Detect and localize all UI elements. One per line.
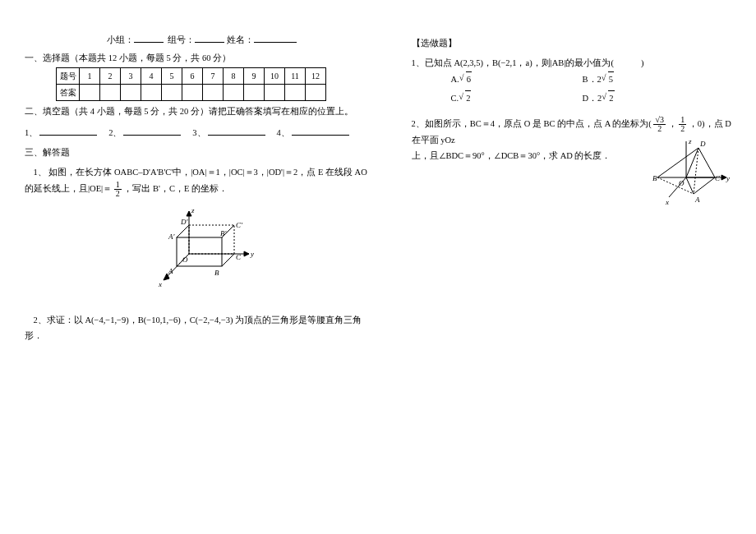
svg-line-2 [177,225,189,237]
q1-line1: 1、 如图，在长方体 OABC–D'A'B'C'中，|OA|＝1，|OC|＝3，… [25,165,379,181]
label-C2: C [715,174,721,182]
table-row: 答案 [57,85,326,101]
label-C: C [236,253,242,261]
col-num: 12 [306,68,326,85]
ans-cell [80,85,100,101]
section1-title: 一、选择题（本题共 12 小题，每题 5 分，共 60 分） [25,53,379,64]
axis-x2: x [665,198,669,206]
fill-blank [123,126,181,136]
ans-cell [244,85,265,101]
fill-item: 4、 [276,128,289,137]
table-row: 题号 1 2 3 4 5 6 7 8 9 10 11 12 [57,68,326,85]
fill-blank [292,126,349,136]
svg-line-22 [694,177,715,194]
q1-line2b: ，写出 B'，C，E 的坐标． [123,184,228,193]
axis-z: z [191,206,195,214]
groupno-label: 组号： [168,35,195,44]
axis-x: x [158,280,162,288]
label-B: B [214,269,219,277]
opt-question-2: 2、如图所示，BC＝4，原点 O 是 BC 的中点，点 A 的坐标为( √32 … [412,116,732,164]
col-num: 1 [80,68,100,85]
left-column: 小组： 组号： 姓名： 一、选择题（本题共 12 小题，每题 5 分，共 60 … [25,33,379,518]
ans-cell [285,85,306,101]
q1-line2a: 的延长线上，且|OE|＝ [25,184,112,193]
label-D2: D [699,140,706,148]
col-num: 7 [203,68,224,85]
col-num: 5 [162,68,182,85]
fill-item: 1、 [25,128,38,137]
label-O2: O [679,179,685,187]
question-2: 2、求证：以 A(−4,−1,−9)，B(−10,1,−6)，C(−2,−4,−… [25,313,379,344]
section3-title: 三、解答题 [25,147,379,159]
label-Dp: D' [180,218,188,226]
fill-blank [208,126,265,136]
ans-cell [141,85,162,101]
section2-title: 二、填空题（共 4 小题，每题 5 分，共 20 分）请把正确答案填写在相应的位… [25,106,379,117]
axis-z2: z [688,137,692,145]
label-Ap: A' [168,232,175,241]
col-num: 10 [265,68,285,85]
fraction-1-2: 12 [679,116,686,133]
ans-cell [203,85,224,101]
optq1-text: 1、已知点 A(2,3,5)，B(−2,1，a)，则|AB|的最小值为( ) [412,58,644,67]
name-label: 姓名： [227,35,254,44]
rhombus-svg: z y x O B C D A [641,136,731,214]
question-1: 1、 如图，在长方体 OABC–D'A'B'C'中，|OA|＝1，|OC|＝3，… [25,165,379,198]
right-column: 【选做题】 1、已知点 A(2,3,5)，B(−2,1，a)，则|AB|的最小值… [412,33,732,518]
cuboid-svg: z y x O A B C D' A' B' C' [144,205,259,295]
svg-line-21 [657,177,694,194]
ans-cell [182,85,203,101]
ans-cell [162,85,182,101]
name-blank [254,33,297,43]
svg-line-18 [698,148,715,177]
optq2-b: ， [668,119,677,128]
ans-cell [306,85,326,101]
ans-cell [100,85,121,101]
svg-rect-1 [189,225,234,254]
col-num: 3 [121,68,141,85]
answer-table: 题号 1 2 3 4 5 6 7 8 9 10 11 12 答案 [56,67,326,101]
fill-item: 3、 [192,128,205,137]
col-num: 8 [224,68,244,85]
label-B2: B [652,174,657,182]
label-O: O [182,255,188,264]
row-label: 答案 [57,85,80,101]
option-d: D．22 [583,90,714,107]
fill-blank [39,126,97,136]
opt-options: A.6 B．25 C.2 D．22 [451,71,732,109]
col-num: 4 [141,68,162,85]
group-blank [134,33,164,43]
group-label: 小组： [107,35,134,44]
col-num: 11 [285,68,306,85]
label-Cp: C' [236,221,243,229]
svg-line-5 [222,254,234,266]
ans-cell [121,85,141,101]
header-line: 小组： 组号： 姓名： [25,33,379,46]
figure-rhombus: z y x O B C D A [641,136,731,220]
fraction-rt3-2: √32 [653,116,666,133]
q2-text: 2、求证：以 A(−4,−1,−9)，B(−10,1,−6)，C(−2,−4,−… [25,313,379,344]
row-label: 题号 [57,68,80,85]
option-b: B．25 [583,71,714,88]
col-num: 2 [100,68,121,85]
label-A2: A [694,196,700,204]
fill-item: 2、 [108,128,122,137]
opt-question-1: 1、已知点 A(2,3,5)，B(−2,1，a)，则|AB|的最小值为( ) A… [412,56,732,109]
option-c: C.2 [451,90,583,107]
svg-marker-9 [244,251,249,256]
axis-y: y [250,250,254,258]
optional-heading: 【选做题】 [412,38,732,49]
optq2-a: 2、如图所示，BC＝4，原点 O 是 BC 的中点，点 A 的坐标为( [412,119,652,128]
col-num: 9 [244,68,265,85]
col-num: 6 [182,68,203,85]
label-Bp: B' [220,229,227,237]
ans-cell [265,85,285,101]
ans-cell [224,85,244,101]
fill-blanks-line: 1、 2、 3、 4、 [25,126,379,139]
label-A: A [168,267,173,275]
axis-y2: y [726,174,730,182]
fraction-half: 12 [114,181,122,198]
groupno-blank [195,33,224,43]
figure-cuboid: z y x O A B C D' A' B' C' [25,205,379,297]
option-a: A.6 [451,71,583,88]
